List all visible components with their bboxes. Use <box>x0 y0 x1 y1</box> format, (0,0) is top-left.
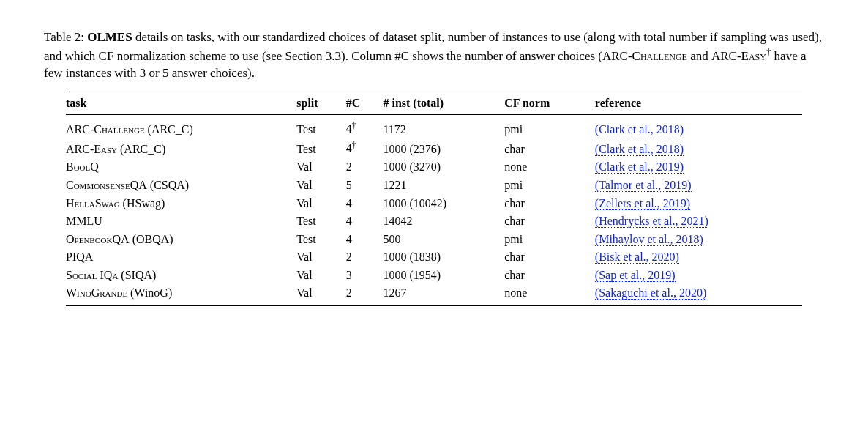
table-wrap: task split #C # inst (total) CF norm ref… <box>44 92 824 306</box>
cell-task: MMLU <box>66 212 296 231</box>
cell-split: Test <box>296 212 345 231</box>
task-name: ARC-Challenge <box>66 123 145 136</box>
task-name: ARC-Easy <box>66 143 117 155</box>
cell-num-choices: 4† <box>346 138 384 158</box>
cell-cfnorm: pmi <box>504 115 595 138</box>
cell-split: Val <box>296 176 345 194</box>
table-row: Social IQa (SIQA)Val31000 (1954)char(Sap… <box>66 266 802 284</box>
task-alias: CSQA <box>154 179 185 191</box>
cell-reference: (Sakaguchi et al., 2020) <box>595 284 802 306</box>
header-ninst: # inst (total) <box>383 92 504 115</box>
cell-num-choices: 4 <box>346 212 384 231</box>
cell-split: Test <box>296 230 345 248</box>
cell-task: PIQA <box>66 248 296 267</box>
cell-num-instances: 14042 <box>383 212 504 231</box>
header-cfnorm: CF norm <box>504 92 595 115</box>
cell-cfnorm: char <box>504 138 595 158</box>
task-alias: SIQA <box>125 269 152 281</box>
table-row: HellaSwag (HSwag)Val41000 (10042)char(Ze… <box>66 194 802 212</box>
task-name: Social IQa <box>66 269 118 281</box>
caption-prefix: Table 2: <box>44 30 87 44</box>
cell-task: ARC-Challenge (ARC_C) <box>66 115 296 138</box>
reference-link[interactable]: (Talmor et al., 2019) <box>595 179 692 192</box>
cell-cfnorm: none <box>504 284 595 306</box>
task-alias: OBQA <box>136 233 169 245</box>
table-row: OpenbookQA (OBQA)Test4500pmi(Mihaylov et… <box>66 230 802 248</box>
cell-num-instances: 1172 <box>383 115 504 138</box>
cell-num-instances: 500 <box>383 230 504 248</box>
cell-cfnorm: char <box>504 212 595 231</box>
task-name: WinoGrande <box>66 286 127 299</box>
task-alias: WinoG <box>134 286 168 299</box>
cell-reference: (Bisk et al., 2020) <box>595 248 802 267</box>
num-choices-value: 4 <box>346 233 352 245</box>
cell-cfnorm: pmi <box>504 176 595 194</box>
table-row: WinoGrande (WinoG)Val21267none(Sakaguchi… <box>66 284 802 306</box>
reference-link[interactable]: (Zellers et al., 2019) <box>595 197 690 210</box>
task-alias: HSwag <box>127 197 161 209</box>
cell-reference: (Clark et al., 2018) <box>595 138 802 158</box>
task-name: HellaSwag <box>66 197 120 209</box>
table-row: BoolQVal21000 (3270)none(Clark et al., 2… <box>66 158 802 177</box>
cell-num-choices: 5 <box>346 176 384 194</box>
cell-num-instances: 1000 (1954) <box>383 266 504 284</box>
reference-link[interactable]: (Mihaylov et al., 2018) <box>595 233 703 246</box>
reference-link[interactable]: (Clark et al., 2019) <box>595 160 684 174</box>
cell-reference: (Mihaylov et al., 2018) <box>595 230 802 248</box>
task-name: MMLU <box>66 215 102 227</box>
cell-task: ARC-Easy (ARC_C) <box>66 138 296 158</box>
cell-num-instances: 1000 (3270) <box>383 158 504 177</box>
cell-num-instances: 1000 (2376) <box>383 138 504 158</box>
cell-cfnorm: pmi <box>504 230 595 248</box>
caption-task1: ARC-Challenge <box>602 49 687 63</box>
cell-split: Val <box>296 194 345 212</box>
task-name: BoolQ <box>66 160 99 173</box>
dagger-icon: † <box>352 120 356 130</box>
num-choices-value: 4 <box>346 197 352 209</box>
cell-num-instances: 1267 <box>383 284 504 306</box>
cell-reference: (Clark et al., 2019) <box>595 158 802 177</box>
table-row: PIQAVal21000 (1838)char(Bisk et al., 202… <box>66 248 802 267</box>
reference-link[interactable]: (Hendrycks et al., 2021) <box>595 215 708 228</box>
num-choices-value: 4 <box>346 215 352 227</box>
num-choices-value: 5 <box>346 179 352 191</box>
cell-task: OpenbookQA (OBQA) <box>66 230 296 248</box>
num-choices-value: 2 <box>346 286 352 299</box>
cell-cfnorm: char <box>504 266 595 284</box>
cell-split: Test <box>296 138 345 158</box>
header-reference: reference <box>595 92 802 115</box>
cell-task: HellaSwag (HSwag) <box>66 194 296 212</box>
cell-num-choices: 4† <box>346 115 384 138</box>
table-row: ARC-Easy (ARC_C)Test4†1000 (2376)char(Cl… <box>66 138 802 158</box>
cell-reference: (Sap et al., 2019) <box>595 266 802 284</box>
table-row: CommonsenseQA (CSQA)Val51221pmi(Talmor e… <box>66 176 802 194</box>
reference-link[interactable]: (Sakaguchi et al., 2020) <box>595 286 706 300</box>
cell-num-choices: 3 <box>346 266 384 284</box>
reference-link[interactable]: (Clark et al., 2018) <box>595 143 684 156</box>
table-row: MMLUTest414042char(Hendrycks et al., 202… <box>66 212 802 231</box>
cell-num-choices: 2 <box>346 248 384 267</box>
reference-link[interactable]: (Sap et al., 2019) <box>595 269 676 282</box>
header-split: split <box>296 92 345 115</box>
cell-num-choices: 2 <box>346 284 384 306</box>
caption-bold-name: OLMES <box>87 30 132 44</box>
cell-task: CommonsenseQA (CSQA) <box>66 176 296 194</box>
task-alias: ARC_C <box>124 143 162 155</box>
cell-num-instances: 1221 <box>383 176 504 194</box>
cell-num-instances: 1000 (1838) <box>383 248 504 267</box>
reference-link[interactable]: (Bisk et al., 2020) <box>595 250 679 264</box>
cell-cfnorm: char <box>504 248 595 267</box>
table-caption: Table 2: OLMES details on tasks, with ou… <box>44 29 824 81</box>
reference-link[interactable]: (Clark et al., 2018) <box>595 123 684 136</box>
cell-reference: (Zellers et al., 2019) <box>595 194 802 212</box>
cell-split: Val <box>296 284 345 306</box>
cell-reference: (Talmor et al., 2019) <box>595 176 802 194</box>
tasks-table: task split #C # inst (total) CF norm ref… <box>66 92 802 306</box>
header-task: task <box>66 92 296 115</box>
task-alias: ARC_C <box>151 123 190 136</box>
table-header-row: task split #C # inst (total) CF norm ref… <box>66 92 802 115</box>
caption-task2: ARC-Easy <box>711 49 766 63</box>
header-nc: #C <box>346 92 384 115</box>
dagger-icon: † <box>352 140 356 150</box>
task-name: CommonsenseQA <box>66 179 147 191</box>
